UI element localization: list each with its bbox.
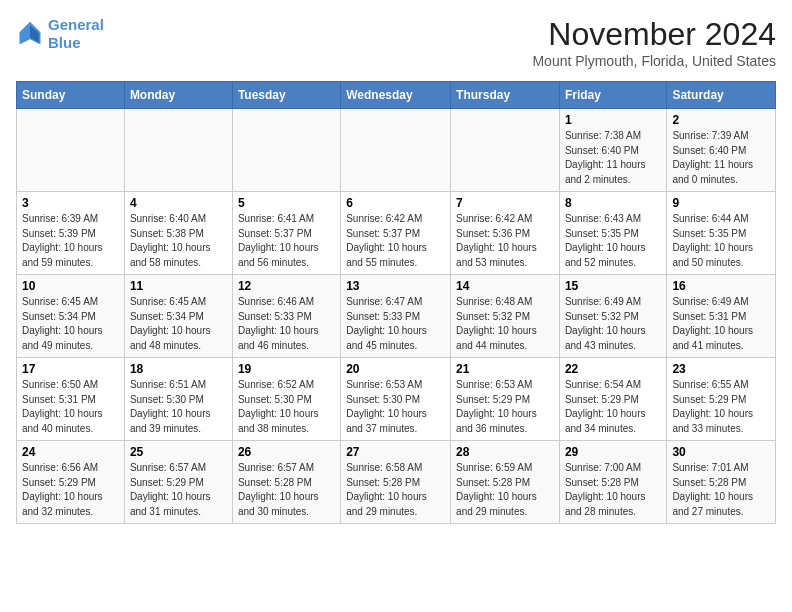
day-number: 23 bbox=[672, 362, 770, 376]
day-info: Sunrise: 6:52 AM Sunset: 5:30 PM Dayligh… bbox=[238, 378, 335, 436]
calendar-week-row: 3Sunrise: 6:39 AM Sunset: 5:39 PM Daylig… bbox=[17, 192, 776, 275]
day-number: 19 bbox=[238, 362, 335, 376]
day-info: Sunrise: 6:43 AM Sunset: 5:35 PM Dayligh… bbox=[565, 212, 661, 270]
calendar-cell: 24Sunrise: 6:56 AM Sunset: 5:29 PM Dayli… bbox=[17, 441, 125, 524]
calendar-cell: 21Sunrise: 6:53 AM Sunset: 5:29 PM Dayli… bbox=[451, 358, 560, 441]
day-number: 21 bbox=[456, 362, 554, 376]
calendar-cell: 20Sunrise: 6:53 AM Sunset: 5:30 PM Dayli… bbox=[341, 358, 451, 441]
calendar-cell: 22Sunrise: 6:54 AM Sunset: 5:29 PM Dayli… bbox=[559, 358, 666, 441]
day-number: 13 bbox=[346, 279, 445, 293]
day-info: Sunrise: 7:00 AM Sunset: 5:28 PM Dayligh… bbox=[565, 461, 661, 519]
day-number: 14 bbox=[456, 279, 554, 293]
calendar-cell: 29Sunrise: 7:00 AM Sunset: 5:28 PM Dayli… bbox=[559, 441, 666, 524]
day-number: 30 bbox=[672, 445, 770, 459]
day-header-thursday: Thursday bbox=[451, 82, 560, 109]
header: General Blue November 2024 Mount Plymout… bbox=[16, 16, 776, 69]
calendar-header-row: SundayMondayTuesdayWednesdayThursdayFrid… bbox=[17, 82, 776, 109]
day-number: 22 bbox=[565, 362, 661, 376]
day-number: 5 bbox=[238, 196, 335, 210]
day-number: 12 bbox=[238, 279, 335, 293]
calendar-cell: 23Sunrise: 6:55 AM Sunset: 5:29 PM Dayli… bbox=[667, 358, 776, 441]
calendar-cell: 27Sunrise: 6:58 AM Sunset: 5:28 PM Dayli… bbox=[341, 441, 451, 524]
calendar-cell: 2Sunrise: 7:39 AM Sunset: 6:40 PM Daylig… bbox=[667, 109, 776, 192]
location-subtitle: Mount Plymouth, Florida, United States bbox=[532, 53, 776, 69]
calendar-week-row: 10Sunrise: 6:45 AM Sunset: 5:34 PM Dayli… bbox=[17, 275, 776, 358]
day-number: 2 bbox=[672, 113, 770, 127]
title-area: November 2024 Mount Plymouth, Florida, U… bbox=[532, 16, 776, 69]
day-number: 4 bbox=[130, 196, 227, 210]
calendar-cell bbox=[124, 109, 232, 192]
calendar-cell: 28Sunrise: 6:59 AM Sunset: 5:28 PM Dayli… bbox=[451, 441, 560, 524]
day-info: Sunrise: 6:47 AM Sunset: 5:33 PM Dayligh… bbox=[346, 295, 445, 353]
day-number: 11 bbox=[130, 279, 227, 293]
calendar-week-row: 24Sunrise: 6:56 AM Sunset: 5:29 PM Dayli… bbox=[17, 441, 776, 524]
calendar-cell bbox=[341, 109, 451, 192]
day-info: Sunrise: 6:39 AM Sunset: 5:39 PM Dayligh… bbox=[22, 212, 119, 270]
calendar-cell: 11Sunrise: 6:45 AM Sunset: 5:34 PM Dayli… bbox=[124, 275, 232, 358]
calendar-cell: 8Sunrise: 6:43 AM Sunset: 5:35 PM Daylig… bbox=[559, 192, 666, 275]
calendar-cell bbox=[17, 109, 125, 192]
day-number: 24 bbox=[22, 445, 119, 459]
day-info: Sunrise: 6:56 AM Sunset: 5:29 PM Dayligh… bbox=[22, 461, 119, 519]
day-info: Sunrise: 6:59 AM Sunset: 5:28 PM Dayligh… bbox=[456, 461, 554, 519]
calendar-cell bbox=[232, 109, 340, 192]
day-info: Sunrise: 6:53 AM Sunset: 5:29 PM Dayligh… bbox=[456, 378, 554, 436]
day-info: Sunrise: 6:53 AM Sunset: 5:30 PM Dayligh… bbox=[346, 378, 445, 436]
calendar-cell: 14Sunrise: 6:48 AM Sunset: 5:32 PM Dayli… bbox=[451, 275, 560, 358]
day-info: Sunrise: 6:42 AM Sunset: 5:36 PM Dayligh… bbox=[456, 212, 554, 270]
calendar-cell: 10Sunrise: 6:45 AM Sunset: 5:34 PM Dayli… bbox=[17, 275, 125, 358]
day-number: 16 bbox=[672, 279, 770, 293]
calendar-cell: 4Sunrise: 6:40 AM Sunset: 5:38 PM Daylig… bbox=[124, 192, 232, 275]
day-number: 27 bbox=[346, 445, 445, 459]
calendar-cell: 19Sunrise: 6:52 AM Sunset: 5:30 PM Dayli… bbox=[232, 358, 340, 441]
month-title: November 2024 bbox=[532, 16, 776, 53]
calendar-cell: 6Sunrise: 6:42 AM Sunset: 5:37 PM Daylig… bbox=[341, 192, 451, 275]
calendar-cell: 1Sunrise: 7:38 AM Sunset: 6:40 PM Daylig… bbox=[559, 109, 666, 192]
calendar-cell: 18Sunrise: 6:51 AM Sunset: 5:30 PM Dayli… bbox=[124, 358, 232, 441]
calendar-cell: 7Sunrise: 6:42 AM Sunset: 5:36 PM Daylig… bbox=[451, 192, 560, 275]
day-info: Sunrise: 6:45 AM Sunset: 5:34 PM Dayligh… bbox=[130, 295, 227, 353]
calendar-cell: 12Sunrise: 6:46 AM Sunset: 5:33 PM Dayli… bbox=[232, 275, 340, 358]
day-number: 25 bbox=[130, 445, 227, 459]
calendar-cell: 30Sunrise: 7:01 AM Sunset: 5:28 PM Dayli… bbox=[667, 441, 776, 524]
calendar-cell: 5Sunrise: 6:41 AM Sunset: 5:37 PM Daylig… bbox=[232, 192, 340, 275]
day-header-monday: Monday bbox=[124, 82, 232, 109]
calendar-cell: 26Sunrise: 6:57 AM Sunset: 5:28 PM Dayli… bbox=[232, 441, 340, 524]
day-info: Sunrise: 6:55 AM Sunset: 5:29 PM Dayligh… bbox=[672, 378, 770, 436]
day-number: 7 bbox=[456, 196, 554, 210]
calendar-cell: 13Sunrise: 6:47 AM Sunset: 5:33 PM Dayli… bbox=[341, 275, 451, 358]
day-info: Sunrise: 7:39 AM Sunset: 6:40 PM Dayligh… bbox=[672, 129, 770, 187]
calendar-cell bbox=[451, 109, 560, 192]
calendar-week-row: 17Sunrise: 6:50 AM Sunset: 5:31 PM Dayli… bbox=[17, 358, 776, 441]
calendar-cell: 16Sunrise: 6:49 AM Sunset: 5:31 PM Dayli… bbox=[667, 275, 776, 358]
day-number: 28 bbox=[456, 445, 554, 459]
calendar-cell: 15Sunrise: 6:49 AM Sunset: 5:32 PM Dayli… bbox=[559, 275, 666, 358]
day-info: Sunrise: 6:49 AM Sunset: 5:31 PM Dayligh… bbox=[672, 295, 770, 353]
day-info: Sunrise: 6:48 AM Sunset: 5:32 PM Dayligh… bbox=[456, 295, 554, 353]
day-number: 6 bbox=[346, 196, 445, 210]
calendar-cell: 17Sunrise: 6:50 AM Sunset: 5:31 PM Dayli… bbox=[17, 358, 125, 441]
day-number: 18 bbox=[130, 362, 227, 376]
day-header-saturday: Saturday bbox=[667, 82, 776, 109]
day-info: Sunrise: 6:54 AM Sunset: 5:29 PM Dayligh… bbox=[565, 378, 661, 436]
day-number: 8 bbox=[565, 196, 661, 210]
day-info: Sunrise: 6:40 AM Sunset: 5:38 PM Dayligh… bbox=[130, 212, 227, 270]
day-number: 3 bbox=[22, 196, 119, 210]
day-info: Sunrise: 6:57 AM Sunset: 5:29 PM Dayligh… bbox=[130, 461, 227, 519]
day-info: Sunrise: 6:44 AM Sunset: 5:35 PM Dayligh… bbox=[672, 212, 770, 270]
day-info: Sunrise: 6:57 AM Sunset: 5:28 PM Dayligh… bbox=[238, 461, 335, 519]
day-info: Sunrise: 6:50 AM Sunset: 5:31 PM Dayligh… bbox=[22, 378, 119, 436]
calendar-cell: 3Sunrise: 6:39 AM Sunset: 5:39 PM Daylig… bbox=[17, 192, 125, 275]
day-number: 9 bbox=[672, 196, 770, 210]
day-number: 29 bbox=[565, 445, 661, 459]
day-header-wednesday: Wednesday bbox=[341, 82, 451, 109]
day-info: Sunrise: 6:45 AM Sunset: 5:34 PM Dayligh… bbox=[22, 295, 119, 353]
day-info: Sunrise: 6:42 AM Sunset: 5:37 PM Dayligh… bbox=[346, 212, 445, 270]
day-number: 1 bbox=[565, 113, 661, 127]
day-info: Sunrise: 7:38 AM Sunset: 6:40 PM Dayligh… bbox=[565, 129, 661, 187]
day-header-sunday: Sunday bbox=[17, 82, 125, 109]
day-header-tuesday: Tuesday bbox=[232, 82, 340, 109]
day-number: 20 bbox=[346, 362, 445, 376]
day-info: Sunrise: 7:01 AM Sunset: 5:28 PM Dayligh… bbox=[672, 461, 770, 519]
day-info: Sunrise: 6:41 AM Sunset: 5:37 PM Dayligh… bbox=[238, 212, 335, 270]
